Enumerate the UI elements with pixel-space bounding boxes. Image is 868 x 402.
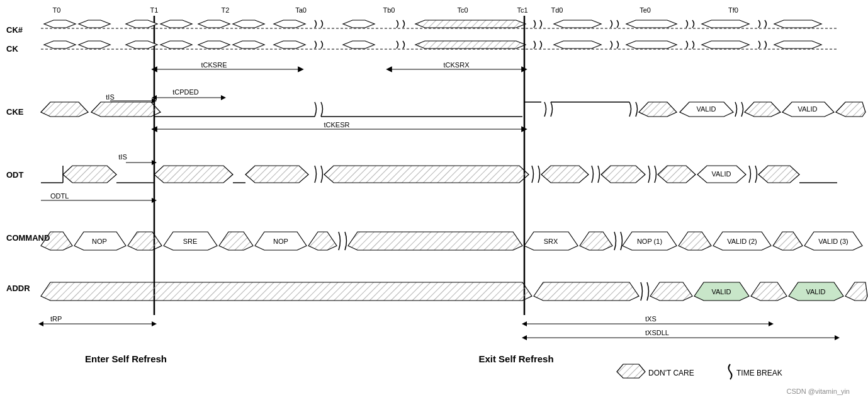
cmd-SRE: SRE bbox=[183, 238, 198, 245]
clock-T0: T0 bbox=[53, 6, 61, 14]
svg-marker-17 bbox=[415, 20, 526, 28]
clock-Tf0: Tf0 bbox=[728, 6, 738, 14]
diagram-container: CK# CK CKE ODT COMMAND ADDR T0 T1 T2 Ta0… bbox=[0, 0, 868, 402]
svg-marker-33 bbox=[626, 41, 677, 49]
svg-marker-41 bbox=[91, 102, 161, 117]
clock-Td0: Td0 bbox=[551, 6, 563, 14]
odt-valid: VALID bbox=[712, 170, 731, 178]
cmd-NOP1: NOP (1) bbox=[637, 238, 662, 245]
svg-marker-55 bbox=[63, 166, 116, 183]
svg-marker-34 bbox=[702, 41, 749, 49]
timing-diagram-svg: CK# CK CKE ODT COMMAND ADDR T0 T1 T2 Ta0… bbox=[0, 0, 868, 402]
svg-marker-31 bbox=[415, 41, 526, 49]
svg-marker-76 bbox=[348, 232, 522, 250]
svg-marker-60 bbox=[245, 166, 308, 183]
label-odt: ODT bbox=[6, 170, 24, 180]
svg-marker-58 bbox=[154, 166, 233, 183]
addr-valid2: VALID bbox=[806, 288, 826, 296]
timing-tIS-cke: tIS bbox=[106, 93, 114, 101]
clock-T2: T2 bbox=[222, 6, 230, 14]
svg-marker-62 bbox=[541, 166, 589, 183]
timing-tIS-odt: tIS bbox=[118, 153, 127, 161]
cmd-NOP: NOP bbox=[92, 238, 107, 245]
cmd-SRX: SRX bbox=[544, 238, 558, 245]
cmd-VALID2: VALID (2) bbox=[727, 238, 757, 245]
svg-marker-61 bbox=[324, 166, 529, 183]
legend-dont-care-label: DON'T CARE bbox=[648, 369, 694, 377]
timing-tCKSRE: tCKSRE bbox=[201, 61, 227, 69]
label-cke: CKE bbox=[6, 107, 24, 117]
svg-marker-19 bbox=[626, 20, 677, 28]
svg-marker-85 bbox=[534, 282, 639, 301]
clock-Te0: Te0 bbox=[640, 6, 651, 14]
timing-tRP: tRP bbox=[50, 315, 62, 323]
svg-marker-84 bbox=[41, 282, 532, 301]
svg-marker-63 bbox=[601, 166, 645, 183]
cke-valid1: VALID bbox=[697, 105, 716, 113]
timing-tCKESR: tCKESR bbox=[324, 121, 350, 129]
svg-rect-5 bbox=[0, 0, 868, 402]
clock-Tc0: Tc0 bbox=[457, 6, 468, 14]
label-command: COMMAND bbox=[6, 233, 50, 243]
cke-valid2: VALID bbox=[798, 105, 818, 113]
caption-exit: Exit Self Refresh bbox=[478, 353, 553, 364]
legend-time-break-label: TIME BREAK bbox=[736, 369, 782, 377]
svg-marker-20 bbox=[702, 20, 749, 28]
watermark: CSDN @vitamin_yin bbox=[787, 388, 850, 395]
svg-marker-32 bbox=[554, 41, 601, 49]
caption-enter: Enter Self Refresh bbox=[85, 353, 167, 364]
timing-ODTL: ODTL bbox=[50, 192, 69, 200]
timing-tXS: tXS bbox=[645, 315, 657, 323]
clock-Tc1: Tc1 bbox=[517, 6, 527, 14]
label-addr: ADDR bbox=[6, 284, 30, 293]
label-ck-hash: CK# bbox=[6, 25, 23, 35]
timing-tXSDLL: tXSDLL bbox=[645, 329, 669, 336]
clock-Ta0: Ta0 bbox=[295, 6, 307, 14]
timing-tCPDED: tCPDED bbox=[172, 88, 199, 96]
clock-Tb0: Tb0 bbox=[383, 6, 395, 14]
svg-marker-38 bbox=[41, 102, 88, 117]
svg-marker-21 bbox=[774, 20, 821, 28]
svg-marker-35 bbox=[774, 41, 821, 49]
svg-marker-18 bbox=[554, 20, 601, 28]
cmd-NOP2: NOP bbox=[273, 238, 288, 245]
cmd-VALID3: VALID (3) bbox=[818, 238, 848, 245]
svg-marker-94 bbox=[617, 364, 645, 378]
addr-valid1: VALID bbox=[712, 288, 731, 296]
label-ck: CK bbox=[6, 44, 18, 54]
clock-T1: T1 bbox=[150, 6, 159, 14]
timing-tCKSRX: tCKSRX bbox=[444, 61, 470, 69]
